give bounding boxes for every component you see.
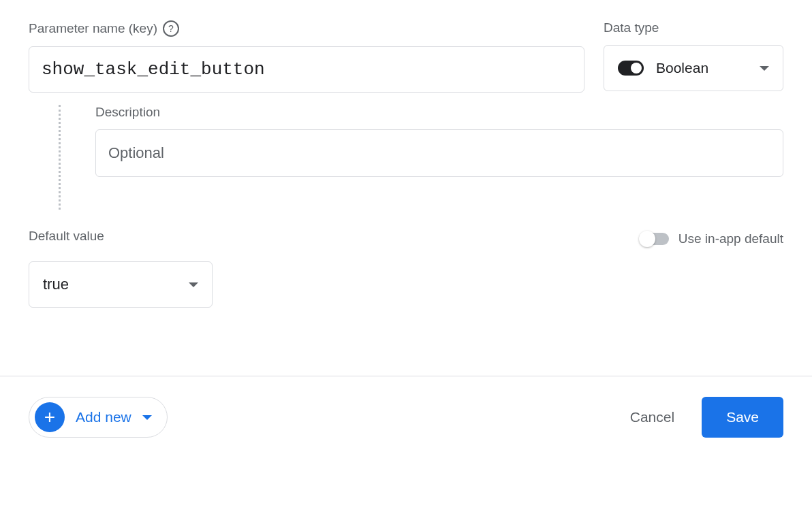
default-value-group: Default value true <box>29 229 213 308</box>
data-type-select[interactable]: Boolean <box>604 45 783 91</box>
chevron-down-icon <box>142 415 152 420</box>
chevron-down-icon <box>189 282 198 287</box>
description-input[interactable] <box>95 129 783 177</box>
default-value-label: Default value <box>29 229 213 244</box>
data-type-label: Data type <box>604 20 659 35</box>
parameter-name-group: Parameter name (key) ? <box>29 20 584 93</box>
add-new-button[interactable]: + Add new <box>29 397 168 438</box>
default-value-text: true <box>43 276 69 293</box>
help-icon[interactable]: ? <box>163 20 179 37</box>
parameter-name-label: Parameter name (key) <box>29 21 157 36</box>
add-new-label: Add new <box>76 409 131 425</box>
parameter-name-input[interactable] <box>29 46 584 93</box>
in-app-default-toggle[interactable] <box>640 233 669 245</box>
default-value-select[interactable]: true <box>29 261 213 308</box>
tree-connector <box>59 105 61 210</box>
in-app-default-row: Use in-app default <box>640 231 783 246</box>
boolean-icon <box>618 61 644 76</box>
chevron-down-icon <box>760 66 769 71</box>
description-label: Description <box>95 105 783 120</box>
description-section: Description <box>59 105 783 177</box>
plus-icon: + <box>35 402 65 432</box>
in-app-default-label: Use in-app default <box>678 231 783 246</box>
save-button[interactable]: Save <box>702 397 783 438</box>
data-type-value: Boolean <box>656 60 708 76</box>
footer: + Add new Cancel Save <box>0 376 812 458</box>
data-type-group: Data type Boolean <box>604 20 783 91</box>
cancel-button[interactable]: Cancel <box>630 409 674 425</box>
